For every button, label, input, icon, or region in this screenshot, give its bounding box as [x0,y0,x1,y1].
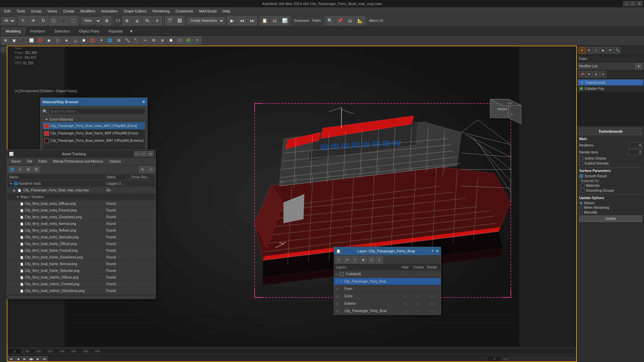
ts-update-btn[interactable]: Update [579,216,642,222]
tb2-btn9[interactable]: △ [71,37,79,45]
tb2-btn6[interactable]: ◉ [45,37,53,45]
tb2-btn17[interactable]: ✂ [141,37,149,45]
next-key-btn[interactable]: ⏭ [42,356,48,362]
render-frame-btn[interactable]: 🖼 [175,16,184,25]
tb2-btn2[interactable]: ▣ [10,37,18,45]
ts-render-iters-input[interactable] [629,149,642,155]
tab-populate[interactable]: Populate [104,27,127,35]
tab-modeling[interactable]: Modeling [1,27,25,35]
tb2-btn18[interactable]: ⚙ [150,37,158,45]
ts-manually-radio[interactable] [579,211,583,214]
mod-show-icon[interactable]: 👁 [586,71,592,78]
layer-delete-btn[interactable]: ✕ [343,256,351,263]
at-row-map-4[interactable]: 📄City_ferry_boat_extra_Normal.png Found [7,221,156,227]
play-fwd-btn[interactable]: ▶ [21,356,28,362]
mat-editor-btn[interactable]: 🗂 [270,16,279,25]
at-row-map-7[interactable]: 📄City_ferry_boat_frame_Diffuse.png Found [7,241,156,247]
render-scene-btn[interactable]: 🎬 [165,16,174,25]
percent-snap-btn[interactable]: % [143,16,152,25]
tb2-btn4[interactable]: ⬜ [28,37,36,45]
tb2-btn21[interactable]: ⬡ [176,37,184,45]
at-menu-file[interactable]: File [24,159,35,164]
menu-edit[interactable]: Edit [1,8,13,14]
menu-rendering[interactable]: Rendering [150,8,172,14]
next-frame-playback-btn[interactable]: ▶ [35,356,41,362]
layer-select-objects-btn[interactable]: ◈ [360,256,367,263]
layer-help-btn[interactable]: ? [432,249,434,253]
mat-item-0[interactable]: City_Passenger_Ferry_Boat_extra_MAT (VRa… [43,122,145,130]
tb2-btn12[interactable]: ✦ [97,37,105,45]
menu-group[interactable]: Group [29,8,44,14]
at-row-map-11[interactable]: 📄City_ferry_boat_frame_Specular.png Foun… [7,267,156,274]
rp-icon-motion[interactable]: ▶ [600,47,606,54]
layer-row-exterior[interactable]: ◇ Exterior — — — [334,300,441,307]
schematic-btn[interactable]: 📐 [356,16,365,25]
asset-close-btn[interactable]: ✕ [148,151,154,157]
coord-center-btn[interactable]: ⊕ [102,16,111,25]
rp-icon-utils[interactable]: 🔧 [614,47,621,54]
ts-explicit-normals-checkbox[interactable] [579,161,583,165]
layer-add-selection-btn[interactable]: + [352,256,359,263]
modifier-dropdown-btn[interactable]: ▼ [635,63,642,69]
at-row-map-13[interactable]: 📄City_ferry_boat_interior_Fresnel.png Fo… [7,281,156,288]
tb2-btn8[interactable]: ◈ [62,37,70,45]
at-row-map-3[interactable]: 📄City_ferry_boat_extra_Glossiness.png Fo… [7,214,156,221]
rp-icon-display[interactable]: 👁 [607,47,613,54]
menu-create[interactable]: Create [60,8,77,14]
maximize-button[interactable]: □ [630,1,636,6]
at-tb-detail[interactable]: ☰ [33,166,40,173]
menu-graph-editors[interactable]: Graph Editors [121,8,149,14]
ts-when-rendering-radio[interactable] [579,206,583,209]
asset-restore-btn[interactable]: □ [141,151,147,157]
asset-tracking-btn[interactable]: 🔍 [325,16,335,25]
ts-smoothing-groups-checkbox[interactable] [581,188,585,192]
minimize-button[interactable]: — [623,1,629,6]
prev-frame-btn[interactable]: ⏮ [237,16,247,25]
rotate-tool-btn[interactable]: ↻ [39,16,48,25]
reference-coord-dropdown[interactable]: View [81,17,101,24]
tb2-btn22[interactable]: 🌿 [184,37,193,45]
angle-snap-btn[interactable]: ∡ [132,16,142,25]
at-tb-globe[interactable]: 🌐 [8,166,16,173]
at-menu-bitmap[interactable]: Bitmap Performance and Memory [50,159,106,164]
mod-pin-icon[interactable]: 📌 [579,71,585,78]
tb2-btn11[interactable]: ⭕ [89,37,97,45]
prev-key-btn[interactable]: ⏮ [8,356,14,362]
tab-freeform[interactable]: Freeform [26,27,50,35]
mirror-btn[interactable]: ⬛ [59,16,68,25]
frame-input[interactable]: 0 [8,348,21,354]
time-ruler[interactable]: 80 100 120 140 160 180 190 [24,348,576,354]
at-scrollbar[interactable] [7,295,156,299]
menu-modifiers[interactable]: Modifiers [77,8,98,14]
modifier-turbosmooth[interactable]: T TurboSmooth [578,79,643,85]
at-row-map-10[interactable]: 📄City_ferry_boat_frame_Normal.png Found [7,261,156,267]
play-btn[interactable]: ▶ [227,16,237,25]
mat-item-2[interactable]: City_Passenger_Ferry_Boat_interior_MAT (… [43,137,145,144]
ts-iterations-input[interactable] [629,142,642,148]
at-row-map-9[interactable]: 📄City_ferry_boat_frame_Glossiness.png Fo… [7,254,156,261]
layer-row-default[interactable]: ◇ 0 (default) — — — [334,270,441,278]
at-row-map-1[interactable]: 📄City_ferry_boat_extra_Diffuse.png Found [7,200,156,207]
at-menu-paths[interactable]: Paths [36,159,50,164]
play-back-btn[interactable]: ◀▶ [28,356,34,362]
frame-counter[interactable]: 0 [488,356,501,362]
at-tb-refresh[interactable]: ↻ [139,166,146,173]
tb2-btn16[interactable]: 🔨 [132,37,140,45]
tb2-btn10[interactable]: ⬟ [80,37,88,45]
layer-highlight-btn[interactable]: ⬡ [368,256,375,263]
mod-collapse-icon[interactable]: ⬇ [593,71,599,78]
align-btn[interactable]: ⬚ [69,16,78,25]
scale-tool-btn[interactable]: ⬡ [49,16,58,25]
at-row-map-6[interactable]: 📄City_ferry_boat_extra_Specular.png Foun… [7,234,156,241]
tb2-btn7[interactable]: ⬡ [54,37,62,45]
menu-animation[interactable]: Animation [99,8,120,14]
menu-maxscript[interactable]: MAXScript [197,8,219,14]
menu-help[interactable]: Help [220,8,233,14]
tb2-btn15[interactable]: 🔧 [123,37,131,45]
layer-row-ferry-boat2[interactable]: ◇ City_Passenger_Ferry_Boat — — — [334,307,441,315]
asset-table-container[interactable]: Name Status Proxy Res... ▼ 🌐 Autodesk Va… [7,174,156,295]
create-selection-dropdown[interactable]: Create Selections [187,17,224,24]
tb2-btn23[interactable]: ? [193,37,201,45]
at-tb-list[interactable]: ≡ [16,166,24,173]
layer-expand-btn[interactable]: ⤢ [376,256,383,263]
